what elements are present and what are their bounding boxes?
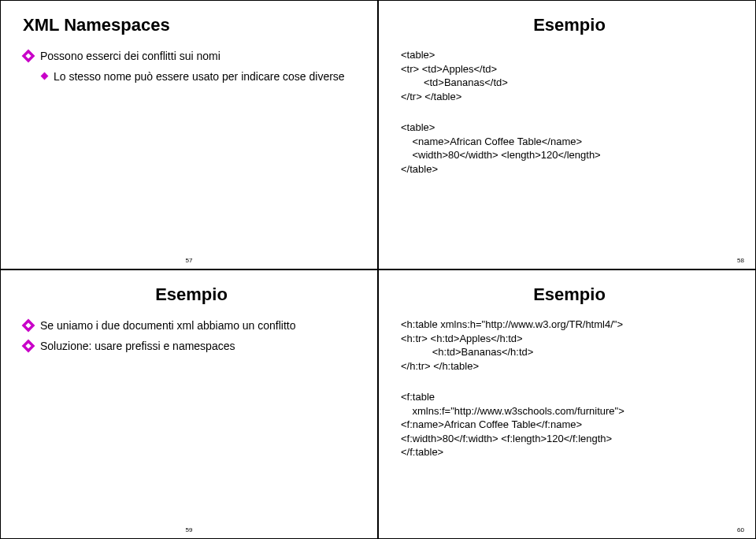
code-block: <table> <name>African Coffee Table</name…: [401, 121, 738, 176]
code-block: <f:table xmlns:f="http://www.w3schools.c…: [401, 390, 738, 459]
slide-title: Esempio: [401, 284, 738, 305]
small-diamond-icon: [41, 72, 49, 80]
bullet-level2: Lo stesso nome può essere usato per indi…: [42, 69, 360, 84]
bullet-level1: Soluzione: usare prefissi e namespaces: [23, 338, 360, 354]
slide-60: Esempio <h:table xmlns:h="http://www.w3.…: [378, 270, 756, 539]
slide-58: Esempio <table> <tr> <td>Apples</td> <td…: [378, 0, 756, 270]
slide-57: XML Namespaces Possono esserci dei confl…: [0, 0, 378, 270]
slide-title: Esempio: [401, 15, 738, 35]
page-number: 60: [737, 526, 744, 533]
bullet-text: Soluzione: usare prefissi e namespaces: [40, 338, 235, 354]
slide-body: <table> <tr> <td>Apples</td> <td>Bananas…: [401, 48, 738, 262]
slide-title: XML Namespaces: [23, 15, 360, 35]
bullet-level1: Se uniamo i due documenti xml abbiamo un…: [23, 318, 360, 333]
bullet-text: Possono esserci dei conflitti sui nomi: [40, 48, 220, 64]
slide-title: Esempio: [23, 284, 360, 305]
page-number: 57: [186, 257, 193, 264]
code-block: <h:table xmlns:h="http://www.w3.org/TR/h…: [401, 318, 738, 373]
diamond-icon: [22, 319, 35, 333]
slide-body: Possono esserci dei conflitti sui nomi L…: [23, 48, 360, 262]
slide-body: Se uniamo i due documenti xml abbiamo un…: [23, 318, 360, 532]
page-number: 59: [186, 526, 193, 533]
bullet-text: Lo stesso nome può essere usato per indi…: [54, 69, 345, 84]
bullet-level1: Possono esserci dei conflitti sui nomi: [23, 48, 360, 64]
code-block: <table> <tr> <td>Apples</td> <td>Bananas…: [401, 48, 738, 103]
slide-body: <h:table xmlns:h="http://www.w3.org/TR/h…: [401, 318, 738, 532]
slide-59: Esempio Se uniamo i due documenti xml ab…: [0, 270, 378, 539]
diamond-icon: [22, 50, 35, 63]
diamond-icon: [22, 340, 35, 353]
bullet-text: Se uniamo i due documenti xml abbiamo un…: [40, 318, 296, 333]
page-number: 58: [737, 257, 744, 264]
